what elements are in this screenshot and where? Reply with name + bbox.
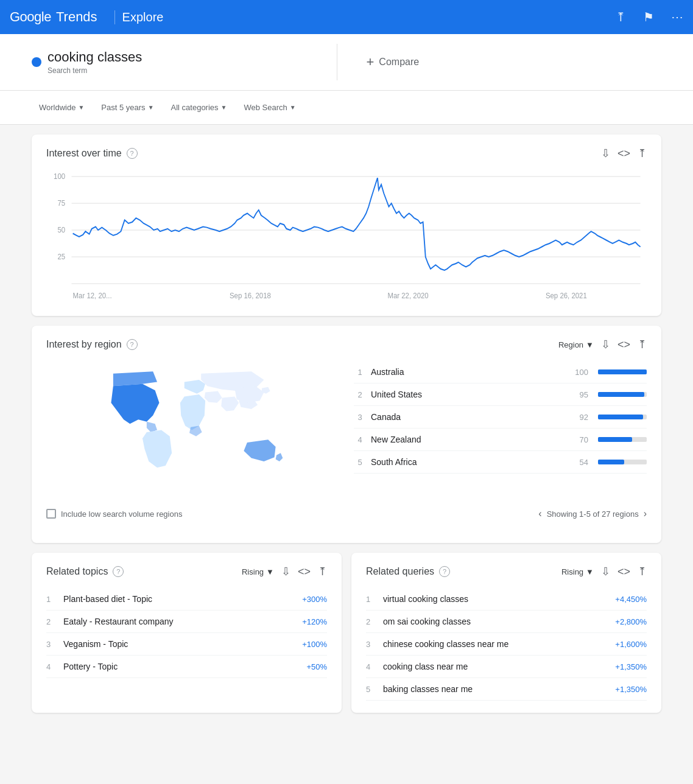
region-row-4: 4 New Zealand 70	[354, 429, 647, 451]
explore-label: Explore	[114, 10, 164, 24]
timerange-filter[interactable]: Past 5 years ▼	[94, 99, 161, 116]
share-icon-region[interactable]: ⤒	[638, 338, 647, 351]
worldwide-label: Worldwide	[39, 103, 76, 112]
search-term-container: cooking classes Search term	[32, 49, 317, 75]
region-label: Region	[558, 340, 583, 349]
pagination-next[interactable]: ›	[644, 508, 647, 519]
svg-text:50: 50	[57, 226, 65, 234]
trends-wordmark: Trends	[56, 9, 97, 25]
region-bar-3	[598, 415, 643, 419]
worldwide-filter[interactable]: Worldwide ▼	[32, 99, 91, 116]
queries-help-icon[interactable]: ?	[439, 566, 450, 577]
topic-name-1: Plant-based diet - Topic	[63, 594, 297, 604]
region-row-5: 5 South Africa 54	[354, 451, 647, 474]
card-actions-time: ⇩ <> ⤒	[601, 147, 647, 160]
apps-icon[interactable]: ⋯	[671, 10, 683, 24]
topic-value-2: +120%	[302, 617, 327, 626]
topics-help-icon[interactable]: ?	[113, 566, 124, 577]
topic-rank-1: 1	[46, 595, 58, 604]
region-bar-1	[598, 369, 647, 374]
categories-filter[interactable]: All categories ▼	[164, 99, 234, 116]
svg-text:Mar 22, 2020: Mar 22, 2020	[387, 292, 429, 299]
search-dot	[32, 57, 41, 67]
region-help-icon[interactable]: ?	[127, 339, 138, 350]
region-rank-4: 4	[354, 435, 366, 444]
queries-rising-dropdown[interactable]: Rising ▼	[561, 567, 594, 576]
embed-icon-topics[interactable]: <>	[298, 565, 311, 578]
query-value-3: +1,600%	[615, 640, 647, 649]
download-icon-topics[interactable]: ⇩	[281, 565, 290, 578]
region-row-3: 3 Canada 92	[354, 406, 647, 429]
download-icon-region[interactable]: ⇩	[601, 338, 610, 351]
topics-rising-dropdown[interactable]: Rising ▼	[242, 567, 274, 576]
related-topic-item-3: 3 Veganism - Topic +100%	[46, 633, 327, 656]
query-rank-2: 2	[366, 617, 378, 626]
search-type-filter[interactable]: Web Search ▼	[236, 99, 303, 116]
region-bar-container-4	[598, 437, 647, 442]
region-bar-container-2	[598, 392, 647, 397]
share-icon[interactable]: ⤒	[616, 10, 626, 24]
region-list: 1 Australia 100 2 United States 95	[354, 361, 647, 497]
download-icon-queries[interactable]: ⇩	[601, 565, 610, 578]
worldwide-chevron: ▼	[78, 104, 84, 111]
card-header-time: Interest over time ? ⇩ <> ⤒	[46, 147, 647, 160]
card-header-topics: Related topics ? Rising ▼ ⇩ <> ⤒	[46, 565, 327, 578]
card-actions-region: Region ▼ ⇩ <> ⤒	[558, 338, 647, 351]
query-value-4: +1,350%	[615, 662, 647, 671]
query-rank-3: 3	[366, 640, 378, 649]
filters-bar: Worldwide ▼ Past 5 years ▼ All categorie…	[0, 91, 693, 125]
feedback-icon[interactable]: ⚑	[643, 10, 654, 24]
main-content: Interest over time ? ⇩ <> ⤒ 100 75 50	[0, 125, 693, 742]
search-term-text: cooking classes	[47, 49, 142, 65]
categories-label: All categories	[171, 103, 219, 112]
region-score-4: 70	[570, 435, 588, 444]
region-name-5: South Africa	[371, 457, 565, 467]
share-icon-topics[interactable]: ⤒	[318, 565, 327, 578]
topic-rank-3: 3	[46, 640, 58, 649]
pagination-prev[interactable]: ‹	[538, 508, 541, 519]
embed-icon[interactable]: <>	[617, 147, 630, 160]
topic-name-4: Pottery - Topic	[63, 662, 301, 671]
interest-over-time-title: Interest over time	[46, 148, 122, 159]
card-title-row-queries: Related queries ?	[366, 566, 450, 577]
interest-by-region-card: Interest by region ? Region ▼ ⇩ <> ⤒	[32, 326, 661, 543]
related-queries-title: Related queries	[366, 566, 434, 577]
related-query-item-4: 4 cooking class near me +1,350%	[366, 656, 647, 678]
region-bar-4	[598, 437, 632, 442]
related-row: Related topics ? Rising ▼ ⇩ <> ⤒ 1 Plant…	[32, 553, 661, 723]
topics-filter-chevron: ▼	[266, 567, 274, 576]
region-bar-2	[598, 392, 644, 397]
topic-value-3: +100%	[302, 640, 327, 649]
card-actions-queries: Rising ▼ ⇩ <> ⤒	[561, 565, 647, 578]
timerange-label: Past 5 years	[101, 103, 145, 112]
topic-rank-2: 2	[46, 617, 58, 626]
related-query-item-2: 2 om sai cooking classes +2,800%	[366, 611, 647, 633]
embed-icon-region[interactable]: <>	[617, 338, 630, 351]
card-title-row-topics: Related topics ?	[46, 566, 124, 577]
embed-icon-queries[interactable]: <>	[617, 565, 630, 578]
query-value-1: +4,450%	[615, 595, 647, 604]
region-type-dropdown[interactable]: Region ▼	[558, 340, 594, 349]
topic-name-2: Eataly - Restaurant company	[63, 617, 297, 626]
compare-button[interactable]: + Compare	[357, 49, 662, 75]
pagination-text: Showing 1-5 of 27 regions	[547, 509, 639, 519]
card-title-row-region: Interest by region ?	[46, 339, 138, 350]
region-name-4: New Zealand	[371, 435, 565, 444]
download-icon[interactable]: ⇩	[601, 147, 610, 160]
low-volume-label: Include low search volume regions	[61, 509, 182, 519]
low-volume-checkbox[interactable]	[46, 509, 56, 519]
related-query-item-3: 3 chinese cooking classes near me +1,600…	[366, 633, 647, 656]
low-volume-row: Include low search volume regions ‹ Show…	[46, 497, 647, 531]
svg-text:25: 25	[57, 253, 65, 261]
share-icon-queries[interactable]: ⤒	[638, 565, 647, 578]
topic-value-4: +50%	[306, 662, 327, 671]
related-topic-item-2: 2 Eataly - Restaurant company +120%	[46, 611, 327, 633]
search-divider	[337, 44, 337, 80]
query-rank-5: 5	[366, 685, 378, 694]
time-help-icon[interactable]: ?	[127, 148, 138, 159]
region-name-2: United States	[371, 390, 565, 399]
region-chevron: ▼	[586, 340, 594, 349]
related-topic-item-4: 4 Pottery - Topic +50%	[46, 656, 327, 678]
region-rank-3: 3	[354, 413, 366, 422]
share-icon-time[interactable]: ⤒	[638, 147, 647, 160]
